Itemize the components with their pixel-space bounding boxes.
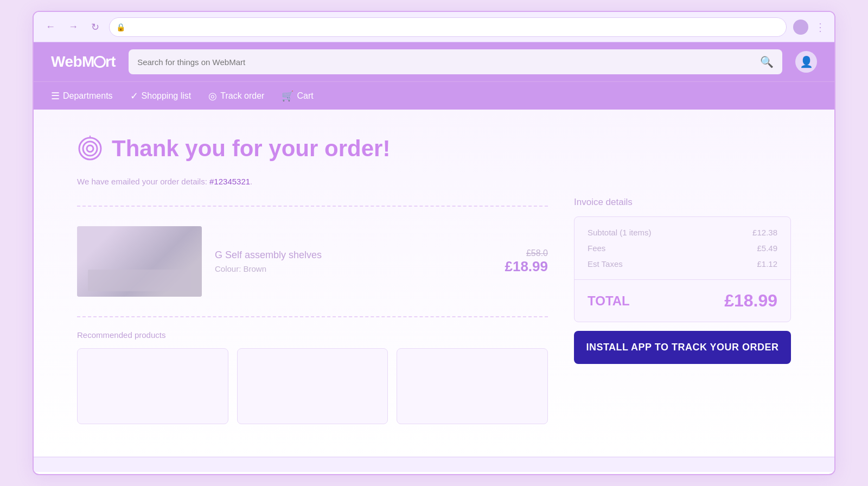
email-notice-suffix: . bbox=[250, 177, 252, 186]
nav-label-shopping-list: Shopping list bbox=[142, 91, 192, 101]
browser-actions: ⋮ bbox=[793, 20, 826, 35]
fees-value: £5.49 bbox=[757, 244, 777, 253]
browser-menu-icon[interactable]: ⋮ bbox=[815, 21, 826, 34]
target-icon bbox=[77, 136, 103, 162]
final-price: £18.99 bbox=[505, 258, 548, 274]
original-price: £58.0 bbox=[505, 248, 548, 258]
invoice-section: Invoice details Subtotal (1 items) £12.3… bbox=[574, 197, 791, 424]
address-bar: 🔒 bbox=[109, 17, 787, 37]
nav-item-departments[interactable]: ☰ Departments bbox=[51, 88, 113, 104]
recommended-card-2[interactable] bbox=[237, 348, 388, 424]
subtotal-label: Subtotal (1 items) bbox=[588, 228, 652, 237]
invoice-row-subtotal: Subtotal (1 items) £12.38 bbox=[588, 228, 777, 237]
search-bar-container: 🔍 bbox=[129, 49, 782, 74]
browser-profile-dot bbox=[793, 20, 808, 35]
main-content: Thank you for your order! We have emaile… bbox=[34, 110, 834, 457]
nav-label-departments: Departments bbox=[63, 91, 113, 101]
nav-bar: ☰ Departments ✓ Shopping list ◎ Track or… bbox=[34, 81, 834, 110]
cart-icon: 🛒 bbox=[282, 90, 293, 102]
color-label: Colour: bbox=[215, 264, 241, 273]
search-button[interactable]: 🔍 bbox=[760, 55, 774, 68]
search-input[interactable] bbox=[137, 57, 756, 67]
browser-bottom-bar bbox=[34, 457, 834, 472]
browser-chrome: ← → ↻ 🔒 ⋮ bbox=[34, 12, 834, 42]
back-button[interactable]: ← bbox=[42, 19, 59, 35]
recommended-card-1[interactable] bbox=[77, 348, 228, 424]
logo-m-bold: M bbox=[82, 53, 94, 70]
thank-you-heading: Thank you for your order! bbox=[77, 136, 791, 162]
invoice-box: Subtotal (1 items) £12.38 Fees £5.49 Est… bbox=[574, 216, 791, 322]
svg-point-1 bbox=[83, 142, 97, 156]
thank-you-section: Thank you for your order! We have emaile… bbox=[77, 136, 791, 424]
total-label: TOTAL bbox=[588, 293, 630, 309]
taxes-value: £1.12 bbox=[757, 259, 777, 268]
logo-rt: rt bbox=[105, 53, 116, 70]
taxes-label: Est Taxes bbox=[588, 259, 623, 268]
top-divider bbox=[77, 206, 548, 207]
invoice-total-row: TOTAL £18.99 bbox=[575, 280, 790, 322]
total-value: £18.99 bbox=[724, 291, 777, 311]
email-notice: We have emailed your order details: #123… bbox=[77, 177, 791, 186]
nav-item-track-order[interactable]: ◎ Track order bbox=[208, 88, 264, 104]
product-name: G Self assembly shelves bbox=[215, 250, 492, 261]
logo-web: Web bbox=[51, 53, 82, 70]
track-order-icon: ◎ bbox=[208, 90, 217, 102]
departments-icon: ☰ bbox=[51, 90, 60, 102]
invoice-row-taxes: Est Taxes £1.12 bbox=[588, 259, 777, 268]
invoice-row-fees: Fees £5.49 bbox=[588, 244, 777, 253]
install-app-button[interactable]: INSTALL APP TO TRACK YOUR ORDER bbox=[574, 331, 791, 364]
product-image-placeholder bbox=[77, 226, 202, 297]
bottom-divider bbox=[77, 316, 548, 317]
nav-label-track-order: Track order bbox=[220, 91, 264, 101]
fees-label: Fees bbox=[588, 244, 605, 253]
invoice-rows: Subtotal (1 items) £12.38 Fees £5.49 Est… bbox=[575, 217, 790, 279]
order-item: G Self assembly shelves Colour: Brown £5… bbox=[77, 215, 548, 308]
subtotal-value: £12.38 bbox=[752, 228, 777, 237]
content-row: G Self assembly shelves Colour: Brown £5… bbox=[77, 197, 791, 424]
product-details: G Self assembly shelves Colour: Brown bbox=[215, 250, 492, 273]
user-avatar-button[interactable]: 👤 bbox=[795, 51, 817, 73]
lock-icon: 🔒 bbox=[116, 23, 125, 31]
product-image bbox=[77, 226, 202, 297]
order-section: G Self assembly shelves Colour: Brown £5… bbox=[77, 197, 548, 424]
svg-point-2 bbox=[87, 145, 93, 152]
recommended-grid bbox=[77, 348, 548, 424]
webmart-header: WebMrt 🔍 👤 bbox=[34, 42, 834, 81]
nav-label-cart: Cart bbox=[297, 91, 313, 101]
nav-item-shopping-list[interactable]: ✓ Shopping list bbox=[130, 88, 192, 104]
nav-item-cart[interactable]: 🛒 Cart bbox=[282, 88, 313, 104]
product-color: Colour: Brown bbox=[215, 264, 492, 273]
logo-o-icon bbox=[94, 56, 106, 68]
url-input[interactable] bbox=[129, 23, 778, 31]
order-number-link[interactable]: #12345321 bbox=[209, 177, 250, 186]
recommended-card-3[interactable] bbox=[397, 348, 548, 424]
thank-you-title: Thank you for your order! bbox=[112, 136, 390, 162]
browser-window: ← → ↻ 🔒 ⋮ WebMrt 🔍 👤 ☰ Departments ✓ Sho… bbox=[33, 11, 835, 475]
recommended-title: Recommended products bbox=[77, 330, 548, 340]
shopping-list-icon: ✓ bbox=[130, 90, 138, 102]
webmart-logo: WebMrt bbox=[51, 53, 116, 71]
product-pricing: £58.0 £18.99 bbox=[505, 248, 548, 275]
email-notice-prefix: We have emailed your order details: bbox=[77, 177, 209, 186]
forward-button[interactable]: → bbox=[65, 19, 81, 35]
invoice-title: Invoice details bbox=[574, 197, 791, 208]
recommended-section: Recommended products bbox=[77, 330, 548, 424]
reload-button[interactable]: ↻ bbox=[88, 19, 103, 35]
color-value: Brown bbox=[244, 264, 267, 273]
